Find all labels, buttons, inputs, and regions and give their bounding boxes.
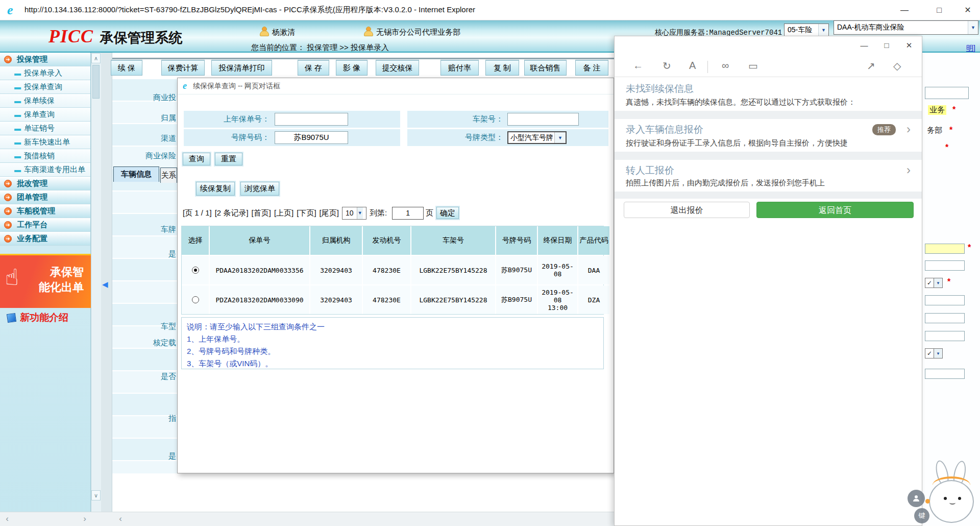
scroll-left-button[interactable]: ‹ — [115, 514, 126, 524]
bg-input[interactable] — [925, 313, 965, 323]
vin-input[interactable] — [507, 113, 579, 126]
scroll-up-button[interactable]: ∧ — [91, 53, 101, 63]
exit-quote-button[interactable]: 退出报价 — [624, 202, 750, 218]
chevron-right-icon[interactable]: › — [906, 122, 911, 136]
remark-button[interactable]: 备 注 — [575, 60, 608, 76]
loss-ratio-button[interactable]: 赔付率 — [440, 60, 479, 76]
submit-underwriting-button[interactable]: 提交核保 — [376, 60, 419, 76]
department-name: 无锡市分公司代理业务部 — [376, 28, 460, 37]
first-page-link[interactable]: [首页] — [252, 208, 271, 218]
joint-sale-button[interactable]: 联合销售 — [524, 60, 567, 76]
sidebar-item-yujie-hexiao[interactable]: ▬预借核销 — [0, 149, 90, 163]
cube-icon — [7, 313, 16, 322]
service-agent-button[interactable] — [908, 490, 925, 507]
sidebar-item-toubao-guanli[interactable]: ➜投保管理 — [0, 53, 90, 66]
column-header: 终保日期 — [538, 226, 577, 255]
bg-label-is1: 是 — [168, 249, 176, 259]
sidebar-item-pigai-guanli[interactable]: ➜批改管理 — [0, 177, 90, 190]
back-home-button[interactable]: 返回首页 — [756, 202, 914, 218]
smart-underwriting-banner[interactable]: ☝ 承保智 能化出单 — [0, 254, 91, 308]
tab-relation[interactable]: 关系 — [160, 168, 177, 183]
new-feature-link[interactable]: 新功能介绍 — [0, 308, 91, 327]
chevron-down-icon: ▼ — [818, 24, 828, 36]
save-button[interactable]: 保 存 — [298, 60, 329, 76]
tab-vehicle-info[interactable]: 车辆信息 — [113, 166, 159, 182]
product-code-cell: DAA — [578, 256, 609, 284]
plate-type-select[interactable]: 小型汽车号牌 ▼ — [507, 131, 567, 144]
reset-button[interactable]: 重置 — [215, 153, 242, 165]
scrollbar-thumb[interactable] — [92, 65, 100, 99]
agent-icon — [913, 495, 919, 501]
window-close-button[interactable]: ✕ — [953, 0, 980, 20]
page-size-select[interactable]: 10▼ — [342, 207, 366, 220]
prev-page-link[interactable]: [上页] — [274, 208, 293, 218]
font-icon[interactable]: A — [689, 60, 696, 71]
link-icon[interactable]: ∞ — [722, 60, 729, 71]
panel-maximize-button[interactable]: □ — [879, 39, 894, 52]
human-quote-heading[interactable]: 转人工报价 — [626, 164, 674, 177]
browse-policy-button[interactable]: 浏览保单 — [240, 182, 279, 196]
query-button[interactable]: 查询 — [183, 153, 210, 165]
sidebar-item-yewu-peizhi[interactable]: ➜业务配置 — [0, 232, 90, 246]
panel-close-button[interactable]: ✕ — [901, 39, 917, 52]
sidebar-item-xinche-kuaisu-chudan[interactable]: ▬新车快速出单 — [0, 135, 90, 149]
image-button[interactable]: 影 像 — [336, 60, 368, 76]
premium-calc-button[interactable]: 保费计算 — [161, 60, 205, 76]
bg-check-select[interactable]: ✓▼ — [925, 348, 943, 358]
bg-input-highlight[interactable] — [925, 244, 965, 254]
sidebar-scrollbar[interactable]: ∧ ∨ — [91, 53, 101, 512]
prev-policy-input[interactable] — [275, 113, 348, 126]
toolbar-divider — [707, 61, 708, 73]
bg-input[interactable] — [925, 260, 965, 271]
collapse-sidebar-arrow[interactable]: ◀ — [102, 280, 108, 289]
sidebar-item-chechuan-shui[interactable]: ➜车船税管理 — [0, 204, 90, 218]
bg-input[interactable] — [925, 87, 969, 99]
sidebar-item-toubaodan-chaxun[interactable]: ▬投保单查询 — [0, 80, 90, 94]
next-page-link[interactable]: [下页] — [297, 208, 316, 218]
bg-label-belong: 归属 — [161, 113, 176, 123]
keyboard-shortcut-button[interactable]: 键 — [914, 508, 929, 523]
chevron-right-icon[interactable]: › — [906, 163, 911, 177]
required-asterisk: * — [952, 105, 955, 114]
panel-minimize-button[interactable]: — — [856, 39, 872, 52]
sidebar-item-toubaodan-luru[interactable]: ▬投保单录入 — [0, 66, 90, 80]
scroll-left-button[interactable]: ‹ — [2, 514, 12, 524]
print-list-button[interactable]: 投保清单打印 — [211, 60, 272, 76]
renew-copy-button[interactable]: 续保复制 — [196, 182, 235, 196]
sidebar-item-cheshang-qudao[interactable]: ▬车商渠道专用出单 — [0, 163, 90, 177]
dialog-title: 续保保单查询 -- 网页对话框 — [193, 82, 280, 91]
sidebar-item-baodan-chaxun[interactable]: ▬保单查询 — [0, 108, 90, 122]
sidebar-item-gongzuo-pingtai[interactable]: ➜工作平台 — [0, 218, 90, 232]
plate-number-input[interactable] — [275, 131, 348, 144]
last-page-link[interactable]: [尾页] — [320, 208, 339, 218]
sidebar-item-baodan-xubao[interactable]: ▬保单续保 — [0, 94, 90, 108]
bg-check-select[interactable]: ✓▼ — [925, 278, 943, 288]
window-minimize-button[interactable]: — — [890, 0, 919, 20]
manual-entry-quote-text: 按行驶证和身份证手工录入信息后，根据向导自主报价，方便快捷 — [626, 138, 848, 148]
product-select[interactable]: DAA-机动车商业保险 ▼ — [834, 20, 978, 35]
cube-icon[interactable]: ◇ — [893, 60, 901, 72]
arrow-circle-icon: ➜ — [4, 221, 12, 229]
bg-label-wubu: 务部 — [927, 126, 942, 135]
manual-entry-quote-heading[interactable]: 录入车辆信息报价 — [626, 123, 703, 136]
scroll-down-button[interactable]: ∨ — [91, 490, 101, 500]
back-icon[interactable]: ← — [633, 60, 643, 71]
sidebar-item-tuandan-guanli[interactable]: ➜团单管理 — [0, 190, 90, 204]
copy-button[interactable]: 复 制 — [485, 60, 519, 76]
row-radio-selected[interactable] — [192, 267, 199, 274]
sidebar-item-danzheng-xiaohao[interactable]: ▬单证销号 — [0, 122, 90, 135]
bg-input[interactable] — [925, 331, 965, 341]
renew-button[interactable]: 续 保 — [111, 60, 142, 76]
risk-type-select[interactable]: 05-车险 ▼ — [784, 23, 829, 36]
bg-input[interactable] — [925, 369, 965, 379]
share-icon[interactable]: ↗ — [867, 60, 875, 72]
goto-confirm-button[interactable]: 确定 — [436, 207, 459, 219]
window-card-icon[interactable]: ▭ — [748, 60, 758, 72]
window-maximize-button[interactable]: □ — [925, 0, 953, 20]
scroll-right-button[interactable]: › — [80, 514, 90, 524]
bg-input[interactable] — [925, 295, 965, 305]
goto-page-input[interactable] — [392, 207, 424, 220]
refresh-icon[interactable]: ↻ — [663, 60, 671, 72]
clipped-help-link[interactable]: 明] — [966, 44, 975, 53]
row-radio[interactable] — [192, 296, 199, 303]
